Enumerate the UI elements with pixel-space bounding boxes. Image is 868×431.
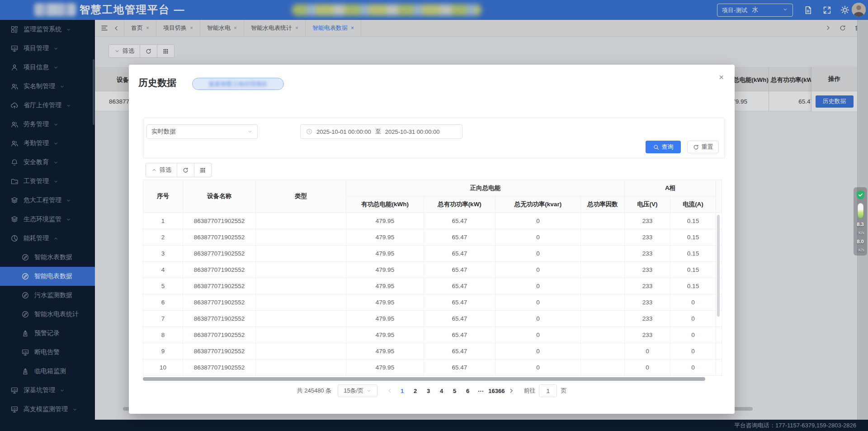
page-number[interactable]: 5 [448,384,461,397]
table-cell: 0 [625,360,670,376]
table-cell [256,311,346,327]
table-row[interactable]: 10863877071902552479.9565.47000 [143,360,722,376]
close-icon[interactable]: × [719,73,724,81]
table-cell [581,229,625,246]
column-group-header: 正向总电能 [346,180,625,196]
reset-label: 重置 [702,143,713,151]
filter-panel: 实时数据 2025-10-01 00:00:00 至 2025-10-31 00… [143,118,725,158]
page-size-select[interactable]: 15条/页 [338,384,377,397]
table-row[interactable]: 3863877071902552479.9565.4702330.15 [143,246,722,262]
table-cell: 863877071902552 [183,294,256,311]
table-cell: 9 [143,343,183,360]
table-cell: 0.15 [670,246,716,262]
reset-button[interactable]: 重置 [687,141,719,153]
table-cell: 0 [495,229,581,246]
table-cell: 479.95 [346,327,424,343]
table-row[interactable]: 9863877071902552479.9565.47000 [143,343,722,360]
table-row[interactable]: 8863877071902552479.9565.4702330 [143,327,722,343]
page-number[interactable]: 6 [461,384,474,397]
page-number[interactable]: 3 [422,384,435,397]
table-cell: 10 [143,360,183,376]
table-cell: 0 [670,294,716,311]
table-cell: 0 [670,311,716,327]
table-cell: 65.47 [424,246,495,262]
table-row[interactable]: 7863877071902552479.9565.4702330 [143,311,722,327]
table-cell: 0.15 [670,278,716,294]
scroll-gutter [716,360,722,376]
prev-page-icon[interactable] [384,384,396,397]
page-number[interactable]: 16366 [487,384,505,397]
modal-filter-toolbar: 筛选 [146,163,212,177]
chevron-down-icon [366,388,372,393]
table-cell: 233 [625,229,670,246]
table-cell: 233 [625,294,670,311]
chevron-down-icon [247,129,253,134]
table-cell: 479.95 [346,360,424,376]
table-cell: 863877071902552 [183,360,256,376]
table-row[interactable]: 2863877071902552479.9565.4702330.15 [143,229,722,246]
table-cell [581,327,625,343]
modal-columns-button[interactable] [194,163,212,177]
table-cell: 863877071902552 [183,229,256,246]
page-number[interactable]: 4 [435,384,448,397]
page-number[interactable]: 2 [409,384,422,397]
modal-refresh-button[interactable] [177,163,194,177]
table-cell [581,360,625,376]
table-cell: 863877071902552 [183,343,256,360]
modal-filter-label: 筛选 [160,166,171,174]
column-header: 序号 [143,180,183,213]
column-header: 总无功功率(kvar) [495,196,581,213]
refresh-icon [183,167,189,173]
table-cell: 0 [625,343,670,360]
table-cell: 0 [495,262,581,278]
page-number[interactable]: 1 [396,384,409,397]
table-cell: 0 [495,343,581,360]
table-cell: 0 [495,311,581,327]
table-cell: 3 [143,246,183,262]
date-separator: 至 [375,128,381,136]
table-cell: 1 [143,213,183,229]
table-cell: 863877071902552 [183,278,256,294]
table-row[interactable]: 6863877071902552479.9565.4702330 [143,294,722,311]
page-numbers: 123456···16366 [396,384,505,397]
table-cell: 0 [495,360,581,376]
goto-label: 前往 [524,387,535,395]
table-horizontal-scrollbar[interactable] [143,377,705,381]
column-header: 设备名称 [183,180,256,213]
next-page-icon[interactable] [505,384,517,397]
table-cell: 0 [670,360,716,376]
data-type-select[interactable]: 实时数据 [146,124,258,139]
table-cell [256,327,346,343]
table-cell: 233 [625,278,670,294]
net-speed-widget[interactable]: 8.3 ↑K/s 8.0 ↓K/s [854,187,867,256]
chevron-up-icon [151,167,157,173]
table-vertical-scrollbar[interactable] [717,215,720,317]
date-start: 2025-10-01 00:00:00 [316,128,371,135]
upload-unit: ↑K/s [856,231,864,236]
column-header: 电压(V) [625,196,670,213]
table-cell: 863877071902552 [183,311,256,327]
goto-page-input[interactable] [539,384,557,397]
table-cell: 479.95 [346,213,424,229]
table-cell: 65.47 [424,343,495,360]
table-cell: 2 [143,229,183,246]
query-button[interactable]: 查询 [646,141,681,153]
date-range-picker[interactable]: 2025-10-01 00:00:00 至 2025-10-31 00:00:0… [300,124,462,139]
more-pages-icon[interactable]: ··· [474,384,487,397]
table-cell: 233 [625,262,670,278]
upload-speed: 8.3 [857,222,863,227]
table-cell [581,262,625,278]
table-cell [256,262,346,278]
column-header: 总功率因数 [581,196,625,213]
table-cell: 7 [143,311,183,327]
goto-suffix: 页 [561,387,566,395]
table-cell: 863877071902552 [183,213,256,229]
table-cell: 863877071902552 [183,327,256,343]
table-cell [256,294,346,311]
table-row[interactable]: 4863877071902552479.9565.4702330.15 [143,262,722,278]
table-row[interactable]: 5863877071902552479.9565.4702330.15 [143,278,722,294]
table-cell: 65.47 [424,311,495,327]
modal-filter-button[interactable]: 筛选 [146,163,177,177]
page-size-value: 15条/页 [344,387,363,395]
table-row[interactable]: 1863877071902552479.9565.4702330.15 [143,213,722,229]
